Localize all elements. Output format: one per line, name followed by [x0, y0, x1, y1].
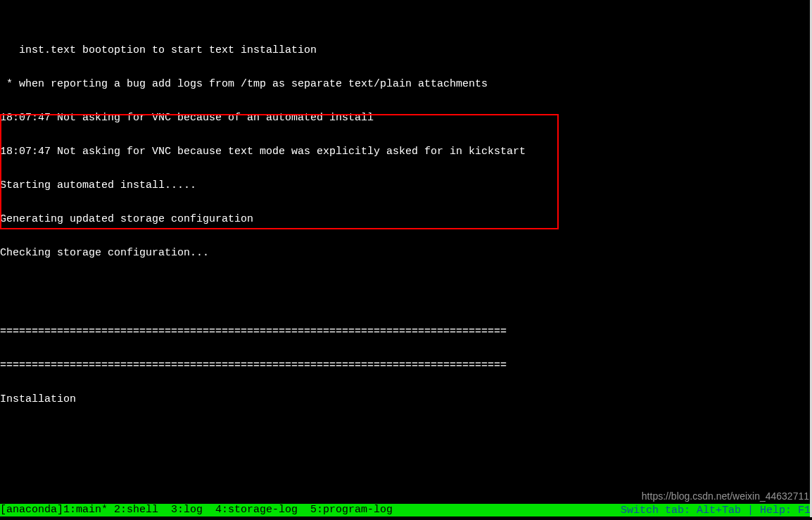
status-bar-help-hint: Switch tab: Alt+Tab | Help: F1 — [621, 505, 811, 516]
divider: ========================================… — [0, 326, 812, 338]
boot-line: Checking storage configuration... — [0, 248, 812, 259]
boot-line: inst.text bootoption to start text insta… — [0, 45, 812, 56]
status-bar-tabs[interactable]: [anaconda]1:main* 2:shell 3:log 4:storag… — [0, 505, 393, 516]
boot-line: Generating updated storage configuration — [0, 214, 812, 225]
section-header-installation: Installation — [0, 394, 812, 405]
divider: ========================================… — [0, 360, 812, 372]
highlight-box — [0, 114, 559, 229]
blank-line — [0, 428, 812, 439]
terminal[interactable]: inst.text bootoption to start text insta… — [0, 0, 812, 520]
boot-line: * when reporting a bug add logs from /tm… — [0, 79, 812, 90]
watermark: https://blog.csdn.net/weixin_44632711 — [642, 490, 809, 502]
boot-line: 18:07:47 Not asking for VNC because text… — [0, 146, 812, 158]
boot-line: 18:07:47 Not asking for VNC because of a… — [0, 113, 812, 124]
boot-line: Starting automated install..... — [0, 180, 812, 191]
boot-line — [0, 281, 812, 293]
